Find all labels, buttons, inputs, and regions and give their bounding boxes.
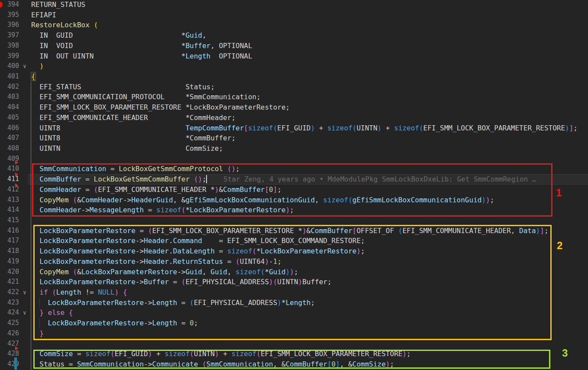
line-number[interactable]: 420 <box>0 267 19 277</box>
code-token: UINTN CommSize; <box>31 144 223 153</box>
code-token: + <box>315 124 327 132</box>
code-line[interactable]: UINT8 TempCommBuffer[sizeof(EFI_GUID) + … <box>31 123 578 133</box>
code-token: EFI_SMM_COMMUNICATE_HEADER *CommHeader; <box>31 114 236 122</box>
code-token: ( <box>94 21 98 29</box>
code-token: ) <box>378 124 382 132</box>
line-number[interactable]: 415 <box>0 215 19 226</box>
code-row: 403 EFI_SMM_COMMUNICATION_PROTOCOL *SmmC… <box>0 92 588 102</box>
code-token: ( <box>273 124 278 132</box>
fold-chevron-icon[interactable]: ∨ <box>21 61 29 71</box>
line-number[interactable]: 424 <box>0 308 19 318</box>
code-token <box>90 21 94 29</box>
code-row: 407 UINT8 *CommBuffer; <box>0 133 588 143</box>
code-line[interactable]: UINT8 *CommBuffer; <box>31 133 236 143</box>
annotation-label-1: 1 <box>556 188 562 198</box>
code-line[interactable]: { <box>31 71 36 82</box>
line-number[interactable]: 425 <box>0 318 19 328</box>
code-row: 406 UINT8 TempCommBuffer[sizeof(EFI_GUID… <box>0 123 588 133</box>
code-line[interactable]: RETURN_STATUS <box>31 0 85 10</box>
code-row: 415 <box>0 215 588 226</box>
gutter-modified-indicator[interactable] <box>14 357 17 370</box>
fold-chevron-icon[interactable]: ∨ <box>21 287 29 298</box>
code-row: 409 <box>0 154 588 164</box>
line-number[interactable]: 403 <box>0 92 19 102</box>
line-number[interactable]: 417 <box>0 236 19 246</box>
code-row: 427 <box>0 339 588 349</box>
annotation-box-2 <box>33 225 552 340</box>
code-row: 402 EFI_STATUS Status; <box>0 82 588 92</box>
line-number[interactable]: 408 <box>0 143 19 154</box>
fold-chevron-icon[interactable]: ∨ <box>21 308 29 318</box>
code-token: UINT8 <box>31 124 185 132</box>
code-line[interactable]: EFI_STATUS Status; <box>31 82 215 92</box>
code-token: ( <box>419 124 423 132</box>
line-number[interactable]: 426 <box>0 328 19 339</box>
code-token: + <box>381 124 394 132</box>
code-token: ) <box>39 62 44 70</box>
code-token: EFI_SMM_LOCK_BOX_PARAMETER_RESTORE *Lock… <box>31 103 290 111</box>
code-token: OPTIONAL <box>210 52 252 60</box>
line-number[interactable]: 404 <box>0 102 19 113</box>
line-number[interactable]: 401 <box>0 71 19 82</box>
code-line[interactable]: IN VOID *Buffer, OPTIONAL <box>31 41 252 51</box>
code-token: TempCommBuffer <box>185 124 244 132</box>
line-number[interactable]: 405 <box>0 113 19 123</box>
line-number[interactable]: 423 <box>0 298 19 308</box>
line-number[interactable]: 416 <box>0 226 19 236</box>
line-number[interactable]: 396 <box>0 20 19 30</box>
line-number[interactable]: 418 <box>0 246 19 256</box>
code-row: 405 EFI_SMM_COMMUNICATE_HEADER *CommHead… <box>0 113 588 123</box>
code-line[interactable]: IN OUT UINTN *Length OPTIONAL <box>31 51 252 62</box>
line-number[interactable]: 419 <box>0 256 19 267</box>
annotation-label-2: 2 <box>557 240 562 251</box>
code-line[interactable]: EFIAPI <box>31 10 56 20</box>
code-line[interactable]: ) <box>31 61 44 71</box>
line-number[interactable]: 421 <box>0 277 19 287</box>
line-number[interactable]: 406 <box>0 123 19 133</box>
annotation-box-3 <box>33 350 550 369</box>
code-row: 408 UINTN CommSize; <box>0 143 588 154</box>
annotation-label-3: 3 <box>562 348 568 358</box>
line-number[interactable]: 394 <box>0 0 19 10</box>
gutter-change-triangle-icon <box>15 160 18 165</box>
line-number[interactable]: 413 <box>0 195 19 205</box>
code-line[interactable]: UINTN CommSize; <box>31 143 223 154</box>
code-row: 401{ <box>0 71 588 82</box>
code-line[interactable]: EFI_SMM_COMMUNICATION_PROTOCOL *SmmCommu… <box>31 92 261 102</box>
gutter-change-triangle-icon <box>15 172 18 177</box>
line-number[interactable]: 422 <box>0 287 19 298</box>
code-token: ; <box>573 124 578 132</box>
code-row: 397 IN GUID *Guid, <box>0 30 588 41</box>
code-token: ) <box>565 124 569 132</box>
gutter-change-triangle-icon <box>15 183 18 188</box>
code-token: , <box>202 31 207 39</box>
code-row: 396RestoreLockBox ( <box>0 20 588 30</box>
code-row: 399 IN OUT UINTN *Length OPTIONAL <box>0 51 588 62</box>
code-line[interactable]: EFI_SMM_LOCK_BOX_PARAMETER_RESTORE *Lock… <box>31 102 290 113</box>
line-number[interactable]: 395 <box>0 10 19 20</box>
line-number[interactable]: 398 <box>0 41 19 51</box>
gutter-change-triangle-icon <box>15 346 18 351</box>
line-number[interactable]: 407 <box>0 133 19 143</box>
line-number[interactable]: 399 <box>0 51 19 62</box>
code-token <box>31 62 39 70</box>
code-token: sizeof <box>248 124 273 132</box>
code-row: 404 EFI_SMM_LOCK_BOX_PARAMETER_RESTORE *… <box>0 102 588 113</box>
line-number[interactable]: 402 <box>0 82 19 92</box>
code-line[interactable]: EFI_SMM_COMMUNICATE_HEADER *CommHeader; <box>31 113 236 123</box>
line-number[interactable]: 414 <box>0 205 19 215</box>
code-token: EFI_GUID <box>277 124 310 132</box>
code-token: sizeof <box>327 124 352 132</box>
code-token: , OPTIONAL <box>210 42 252 50</box>
code-token: [ <box>244 124 248 132</box>
code-token: IN OUT UINTN * <box>31 52 185 60</box>
code-line[interactable]: RestoreLockBox ( <box>31 20 98 30</box>
line-number[interactable]: 397 <box>0 30 19 41</box>
code-token: UINTN <box>356 124 377 132</box>
line-number[interactable]: 400 <box>0 61 19 71</box>
code-token: ( <box>352 124 357 132</box>
code-token: EFIAPI <box>31 11 56 19</box>
code-token: ) <box>310 124 315 132</box>
code-line[interactable]: IN GUID *Guid, <box>31 30 207 41</box>
code-editor[interactable]: 394RETURN_STATUS395EFIAPI396RestoreLockB… <box>0 0 588 370</box>
